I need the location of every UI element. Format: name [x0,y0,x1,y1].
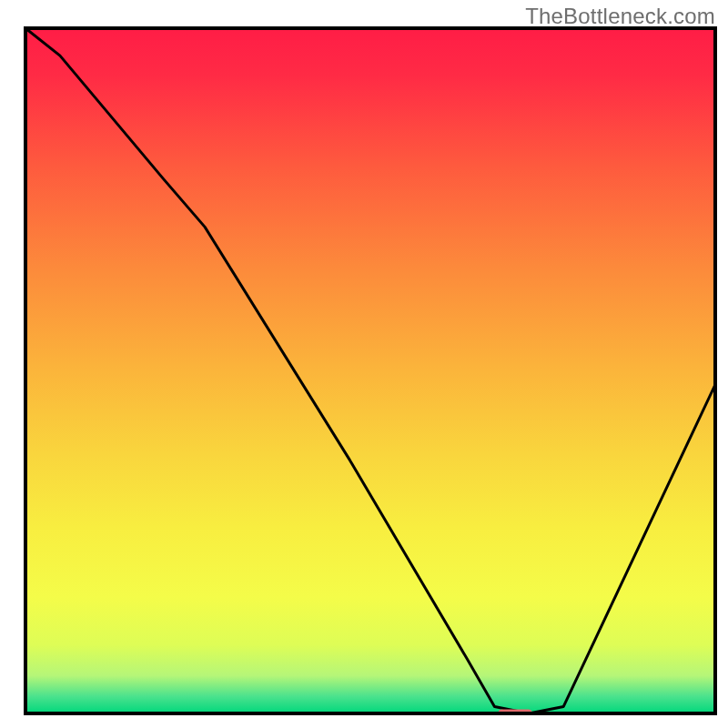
chart-background-gradient [25,28,715,713]
watermark-text: TheBottleneck.com [525,4,715,29]
bottleneck-chart [0,0,728,728]
